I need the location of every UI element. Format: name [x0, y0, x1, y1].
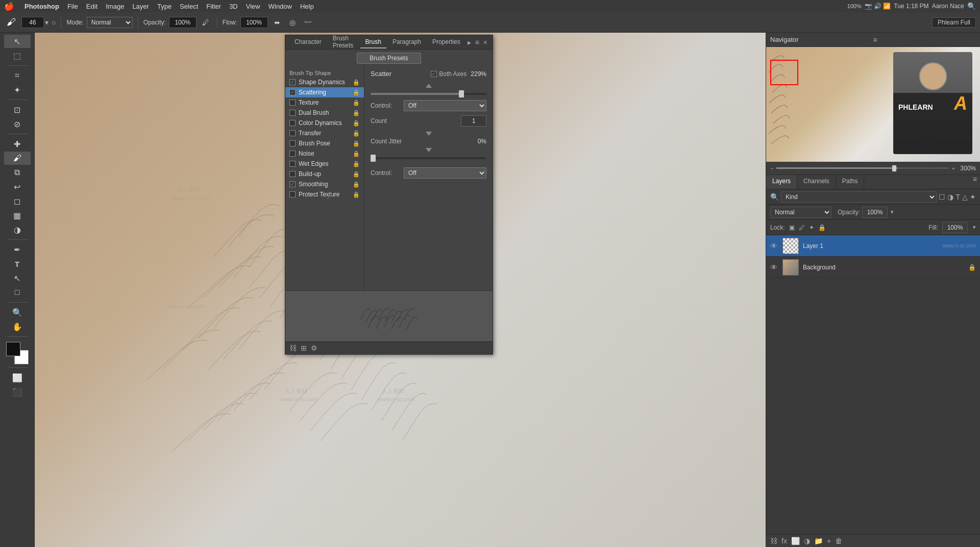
- layers-panel-menu[interactable]: ≡: [970, 175, 980, 189]
- count-jitter-slider-thumb[interactable]: [371, 155, 376, 162]
- opacity-dropdown-icon[interactable]: ▾: [891, 209, 894, 215]
- zoom-out-icon[interactable]: −: [770, 165, 773, 171]
- gradient-tool[interactable]: ▦: [4, 209, 31, 222]
- footer-adjustment-layer-icon[interactable]: ◑: [804, 537, 810, 545]
- tab-paragraph[interactable]: Paragraph: [387, 36, 426, 48]
- brush-pose-lock[interactable]: 🔒: [353, 140, 360, 147]
- clone-tool[interactable]: ⧉: [4, 166, 31, 179]
- hand-tool[interactable]: ✋: [4, 320, 31, 333]
- menu-file[interactable]: File: [63, 0, 82, 12]
- shape-tool[interactable]: □: [4, 286, 31, 299]
- flow-pressure-icon[interactable]: ⬌: [271, 16, 283, 29]
- filter-type-icon[interactable]: 🔍: [770, 193, 779, 201]
- canvas-area[interactable]: 人人素材 www.rr-sc.com www.rr-sc.com 人人素材 ww…: [35, 33, 766, 547]
- panel-menu-icon[interactable]: ≡: [474, 38, 480, 46]
- bs-texture[interactable]: Texture 🔒: [285, 97, 364, 108]
- menu-layer[interactable]: Layer: [128, 0, 153, 12]
- build-up-checkbox[interactable]: [289, 171, 296, 177]
- menu-view[interactable]: View: [242, 0, 264, 12]
- smoothing-lock[interactable]: 🔒: [353, 181, 360, 188]
- scatter-control-select[interactable]: Off: [404, 100, 486, 111]
- navigator-menu-icon[interactable]: ≡: [872, 36, 976, 44]
- brush-presets-button[interactable]: Brush Presets: [357, 53, 421, 64]
- navigator-thumbnail[interactable]: A PHLEARN: [766, 47, 980, 162]
- menu-type[interactable]: Type: [153, 0, 176, 12]
- count-slider-down-arrow[interactable]: [426, 132, 432, 136]
- tab-paths[interactable]: Paths: [836, 175, 865, 189]
- layer-row-background[interactable]: 👁 Background 🔒: [766, 257, 980, 278]
- bs-shape-dynamics[interactable]: ✓ Shape Dynamics 🔒: [285, 77, 364, 87]
- texture-checkbox[interactable]: [289, 100, 296, 106]
- bs-dual-brush[interactable]: Dual Brush 🔒: [285, 108, 364, 118]
- selection-tool[interactable]: ⬚: [4, 49, 31, 62]
- lock-position-icon[interactable]: ✦: [809, 224, 814, 231]
- text-tool[interactable]: T: [4, 257, 31, 270]
- filter-text-icon[interactable]: T: [955, 193, 960, 201]
- color-dynamics-lock[interactable]: 🔒: [353, 120, 360, 127]
- protect-texture-lock[interactable]: 🔒: [353, 191, 360, 198]
- magic-wand-tool[interactable]: ✦: [4, 83, 31, 96]
- transfer-checkbox[interactable]: [289, 130, 296, 136]
- bs-noise[interactable]: Noise 🔒: [285, 148, 364, 159]
- scattering-lock[interactable]: 🔒: [353, 89, 360, 96]
- dual-brush-lock[interactable]: 🔒: [353, 110, 360, 116]
- noise-lock[interactable]: 🔒: [353, 151, 360, 157]
- lasso-tool[interactable]: ⌗: [4, 69, 31, 82]
- footer-delete-layer-icon[interactable]: 🗑: [835, 537, 842, 545]
- menu-edit[interactable]: Edit: [82, 0, 102, 12]
- protect-texture-checkbox[interactable]: [289, 191, 296, 197]
- footer-chain-icon[interactable]: ⛓: [289, 344, 297, 352]
- tab-properties[interactable]: Properties: [427, 36, 465, 48]
- opacity-input[interactable]: [169, 17, 197, 28]
- filter-adjustment-icon[interactable]: ◑: [947, 193, 953, 201]
- background-lock-icon[interactable]: 🔒: [968, 264, 976, 271]
- eraser-tool[interactable]: ◻: [4, 194, 31, 208]
- pen-tool[interactable]: ✒: [4, 243, 31, 256]
- bs-wet-edges[interactable]: Wet Edges 🔒: [285, 159, 364, 169]
- panel-expand-icon[interactable]: ▸: [467, 38, 472, 46]
- menu-3d[interactable]: 3D: [225, 0, 242, 12]
- smoothing-checkbox[interactable]: ✓: [289, 181, 296, 187]
- airbrush-icon[interactable]: ◎: [286, 16, 299, 29]
- tab-character[interactable]: Character: [289, 36, 327, 48]
- bs-transfer[interactable]: Transfer 🔒: [285, 128, 364, 138]
- move-tool[interactable]: ↖: [4, 35, 31, 48]
- bs-build-up[interactable]: Build-up 🔒: [285, 169, 364, 179]
- dodge-tool[interactable]: ◑: [4, 223, 31, 236]
- brush-size-input[interactable]: [21, 17, 44, 28]
- foreground-color-swatch[interactable]: [6, 342, 20, 356]
- brush-size-dropdown[interactable]: ▾: [45, 18, 48, 27]
- fill-dropdown-icon[interactable]: ▾: [973, 224, 976, 231]
- brush-hardness-icon[interactable]: ○: [52, 18, 56, 27]
- filter-kind-select[interactable]: Kind: [781, 191, 937, 203]
- view-mode-tool[interactable]: ⬛: [4, 385, 31, 399]
- tab-channels[interactable]: Channels: [797, 175, 836, 189]
- menu-photoshop[interactable]: Photoshop: [20, 0, 63, 12]
- plhearn-badge[interactable]: Phlearn Full: [932, 17, 976, 28]
- background-visibility-icon[interactable]: 👁: [770, 263, 778, 271]
- zoom-in-icon[interactable]: +: [952, 165, 955, 171]
- brush-pose-checkbox[interactable]: [289, 140, 296, 146]
- count-jitter-control-select[interactable]: Off: [404, 167, 486, 179]
- footer-folder-icon[interactable]: 📁: [814, 537, 823, 545]
- fill-input[interactable]: [942, 222, 968, 233]
- menu-select[interactable]: Select: [176, 0, 202, 12]
- shape-dynamics-checkbox[interactable]: ✓: [289, 79, 296, 85]
- history-tool[interactable]: ↩: [4, 180, 31, 193]
- footer-fx-icon[interactable]: fx: [781, 537, 787, 545]
- scattering-checkbox[interactable]: ✓: [289, 89, 296, 95]
- bs-protect-texture[interactable]: Protect Texture 🔒: [285, 189, 364, 200]
- heal-tool[interactable]: ✚: [4, 137, 31, 151]
- footer-link-icon[interactable]: ⛓: [770, 537, 777, 545]
- apple-menu[interactable]: 🍎: [4, 2, 14, 11]
- tab-brush-presets[interactable]: Brush Presets: [328, 33, 359, 52]
- wet-edges-lock[interactable]: 🔒: [353, 161, 360, 167]
- filter-smart-icon[interactable]: ✦: [970, 193, 976, 201]
- build-up-lock[interactable]: 🔒: [353, 171, 360, 178]
- footer-grid-icon[interactable]: ⊞: [301, 344, 307, 352]
- layer-row-layer1[interactable]: 👁 Layer 1 www.rr-sc.com: [766, 235, 980, 257]
- scatter-slider-thumb[interactable]: [459, 90, 464, 97]
- menu-help[interactable]: Help: [296, 0, 318, 12]
- wet-edges-checkbox[interactable]: [289, 161, 296, 167]
- count-jitter-arrow[interactable]: [426, 148, 432, 152]
